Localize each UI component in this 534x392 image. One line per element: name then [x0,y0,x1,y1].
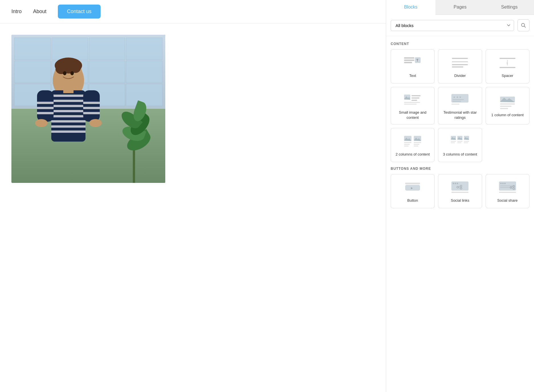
block-card-1-column[interactable]: 1 column of content [486,87,529,124]
svg-rect-11 [51,110,85,112]
svg-rect-22 [83,102,100,104]
svg-rect-79 [464,141,469,142]
svg-text:↕: ↕ [506,60,508,65]
svg-rect-16 [37,90,54,122]
svg-rect-10 [51,105,85,107]
block-label-small-image-content: Small image and content [394,110,431,120]
main-content [0,23,386,392]
block-icon-text: T [403,56,422,70]
block-card-3-columns[interactable]: 3 columns of content [438,128,482,162]
svg-rect-30 [404,60,414,61]
blocks-dropdown[interactable]: All blocks Content Buttons and more [391,20,514,31]
right-panel: Blocks Pages Settings All blocks Content… [386,0,534,392]
svg-rect-9 [51,100,85,102]
block-icon-testimonial-star: ★ ★ ★ [450,92,470,107]
svg-rect-58 [500,108,508,109]
svg-rect-93 [451,192,468,193]
block-icon-divider [450,56,470,70]
svg-rect-63 [404,146,409,146]
filter-bar: All blocks Content Buttons and more [386,15,534,36]
content-blocks-grid: T Text Divider [391,49,529,162]
svg-rect-72 [451,142,455,143]
svg-rect-34 [452,58,468,59]
svg-text:T: T [416,58,419,62]
svg-rect-57 [500,106,511,107]
svg-rect-12 [51,115,85,117]
svg-rect-71 [451,141,456,142]
block-card-testimonial-star[interactable]: ★ ★ ★ Testimonial with star ratings [438,87,482,124]
block-label-1-column: 1 column of content [491,113,523,118]
tab-pages[interactable]: Pages [435,0,485,15]
search-button[interactable] [517,19,529,31]
block-icon-social-links [450,180,470,195]
tabs-bar: Blocks Pages Settings [386,0,534,15]
svg-rect-31 [404,62,412,63]
block-card-divider[interactable]: Divider [438,49,482,83]
svg-point-97 [504,183,506,184]
svg-rect-105 [499,192,516,193]
block-icon-spacer: ↕ [498,56,517,70]
block-card-social-share[interactable]: Social share [486,174,529,208]
svg-rect-8 [51,95,85,97]
block-card-social-links[interactable]: Social links [438,174,482,208]
tab-settings[interactable]: Settings [485,0,534,15]
svg-rect-84 [451,181,468,191]
svg-rect-19 [37,112,54,114]
svg-rect-45 [411,97,419,99]
block-icon-button: ▶ [403,180,422,195]
block-label-2-columns: 2 columns of content [396,152,430,157]
svg-rect-51 [453,99,464,100]
block-card-small-image-content[interactable]: Small image and content [391,87,435,124]
nav-intro[interactable]: Intro [11,9,22,15]
svg-rect-75 [457,141,462,142]
svg-rect-56 [500,103,515,105]
svg-point-25 [89,119,102,127]
block-label-divider: Divider [454,73,466,78]
svg-text:▶: ▶ [411,187,413,189]
svg-point-85 [453,183,454,184]
svg-rect-52 [453,101,461,102]
svg-rect-99 [500,187,511,188]
svg-rect-98 [500,185,515,186]
block-card-spacer[interactable]: ↕ Spacer [486,49,529,83]
left-panel: Intro About Contact us [0,0,386,392]
svg-rect-67 [414,144,419,145]
block-card-2-columns[interactable]: 2 columns of content [391,128,435,162]
svg-rect-23 [83,107,100,109]
nav-about[interactable]: About [33,9,46,15]
block-icon-social-share [498,180,517,195]
svg-rect-37 [452,66,463,68]
svg-point-5 [63,71,66,75]
svg-rect-41 [500,67,515,68]
block-label-social-share: Social share [497,198,518,203]
svg-rect-68 [414,146,418,146]
svg-rect-24 [83,112,100,114]
svg-rect-66 [414,142,421,143]
block-label-spacer: Spacer [502,73,513,78]
svg-point-86 [455,183,456,184]
svg-rect-26 [63,87,74,93]
block-label-testimonial-star: Testimonial with star ratings [442,110,478,120]
svg-point-96 [502,183,504,184]
buttons-section-label: BUTTONS AND MORE [391,167,529,171]
svg-rect-61 [404,142,411,143]
tab-blocks[interactable]: Blocks [386,0,435,15]
block-card-text[interactable]: T Text [391,49,435,83]
svg-rect-53 [451,104,459,105]
block-icon-3-columns [450,134,470,149]
contact-button[interactable]: Contact us [58,5,101,19]
block-label-social-links: Social links [451,198,469,203]
svg-rect-48 [404,104,417,105]
svg-text:★ ★ ★: ★ ★ ★ [453,96,461,99]
blocks-scroll-area: CONTENT T Text [386,36,534,392]
svg-rect-13 [51,120,85,122]
svg-rect-36 [452,64,468,65]
svg-line-28 [524,26,526,28]
block-icon-2-columns [403,134,422,149]
nav-bar: Intro About Contact us [0,0,386,23]
block-icon-small-image-content [403,92,422,107]
svg-rect-46 [411,100,417,101]
block-card-button[interactable]: ▶ Button [391,174,435,208]
plant [114,97,154,183]
content-section-label: CONTENT [391,42,529,46]
